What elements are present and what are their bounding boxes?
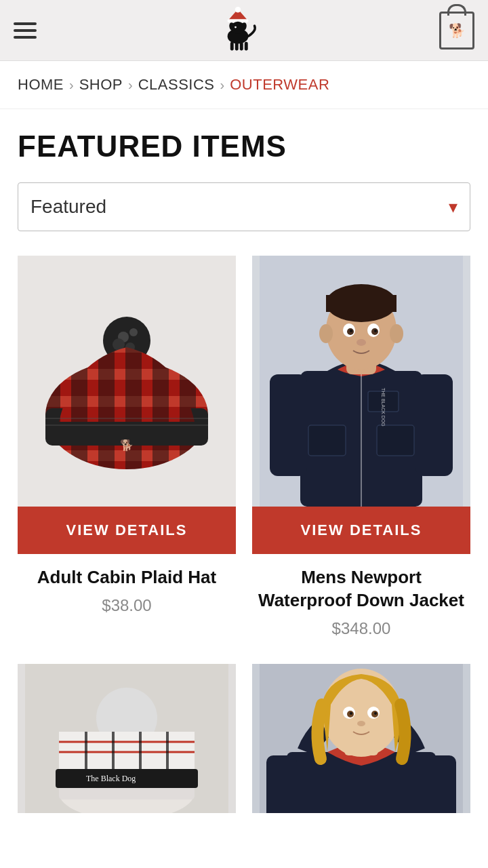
- svg-rect-69: [266, 755, 297, 813]
- product-price-2: $348.00: [332, 619, 391, 638]
- product-image-4: [252, 664, 470, 813]
- cart-button[interactable]: 🐕: [439, 12, 474, 50]
- breadcrumb-sep-2: ›: [128, 77, 133, 93]
- product-name-1: Adult Cabin Plaid Hat: [35, 566, 219, 589]
- logo[interactable]: [214, 7, 262, 54]
- breadcrumb-sep-3: ›: [220, 77, 225, 93]
- sort-label: Featured: [30, 196, 106, 218]
- svg-rect-8: [235, 41, 239, 50]
- svg-rect-33: [270, 374, 307, 476]
- svg-point-79: [357, 721, 365, 726]
- product-image-3: The Black Dog: [18, 664, 236, 813]
- svg-point-2: [235, 7, 241, 12]
- svg-text:🐕: 🐕: [120, 439, 134, 452]
- svg-rect-38: [326, 295, 396, 312]
- jacket2-svg: [252, 664, 470, 813]
- cart-icon: 🐕: [439, 12, 474, 50]
- breadcrumb-home[interactable]: HOME: [18, 76, 64, 94]
- svg-point-21: [129, 328, 138, 336]
- sort-dropdown[interactable]: Featured ▾: [18, 182, 470, 231]
- product-card-3: The Black Dog: [18, 664, 236, 813]
- svg-point-46: [319, 324, 333, 343]
- svg-point-45: [357, 339, 366, 346]
- svg-rect-9: [240, 41, 243, 50]
- hat-svg: 🐕: [25, 279, 228, 483]
- chevron-down-icon: ▾: [449, 197, 458, 218]
- svg-text:The Black Dog: The Black Dog: [86, 774, 136, 783]
- product-image-1: 🐕: [18, 256, 236, 507]
- svg-rect-30: [308, 425, 346, 456]
- products-grid: 🐕 VIEW DETAILS Adult Cabin Plaid Hat $38…: [18, 256, 470, 813]
- svg-rect-10: [245, 41, 248, 50]
- svg-point-43: [350, 330, 352, 332]
- breadcrumb: HOME › SHOP › CLASSICS › OUTERWEAR: [0, 61, 488, 109]
- breadcrumb-shop[interactable]: SHOP: [79, 76, 123, 94]
- page-title: FEATURED ITEMS: [18, 130, 470, 163]
- svg-rect-31: [377, 425, 414, 456]
- svg-point-72: [322, 669, 401, 757]
- breadcrumb-sep-1: ›: [69, 77, 74, 93]
- svg-text:THE BLACK DOG: THE BLACK DOG: [381, 388, 386, 427]
- product-name-2: Mens Newport Waterproof Down Jacket: [252, 566, 470, 612]
- svg-point-78: [374, 712, 377, 715]
- svg-point-11: [235, 26, 237, 28]
- header: 🐕: [0, 0, 488, 61]
- svg-rect-34: [415, 374, 453, 476]
- svg-rect-56: [59, 732, 195, 769]
- product-card-4: [252, 664, 470, 813]
- logo-icon: [214, 7, 262, 54]
- svg-point-44: [374, 330, 377, 332]
- hamburger-menu[interactable]: [14, 22, 37, 39]
- main-content: FEATURED ITEMS Featured ▾: [0, 109, 488, 813]
- jacket-svg: THE BLACK DOG: [260, 256, 463, 507]
- breadcrumb-classics[interactable]: CLASSICS: [138, 76, 215, 94]
- svg-point-47: [390, 324, 403, 343]
- svg-rect-7: [230, 41, 234, 50]
- product-card-2: THE BLACK DOG VIEW DETAILS Mens Newport …: [252, 256, 470, 648]
- breadcrumb-outerwear[interactable]: OUTERWEAR: [230, 76, 329, 94]
- svg-point-77: [350, 712, 352, 715]
- svg-rect-70: [426, 755, 456, 813]
- product-image-2: THE BLACK DOG: [252, 256, 470, 507]
- view-details-btn-2[interactable]: VIEW DETAILS: [252, 507, 470, 554]
- view-details-btn-1[interactable]: VIEW DETAILS: [18, 507, 236, 554]
- product-price-1: $38.00: [102, 596, 151, 615]
- hat2-svg: The Black Dog: [18, 664, 236, 813]
- product-card-1: 🐕 VIEW DETAILS Adult Cabin Plaid Hat $38…: [18, 256, 236, 648]
